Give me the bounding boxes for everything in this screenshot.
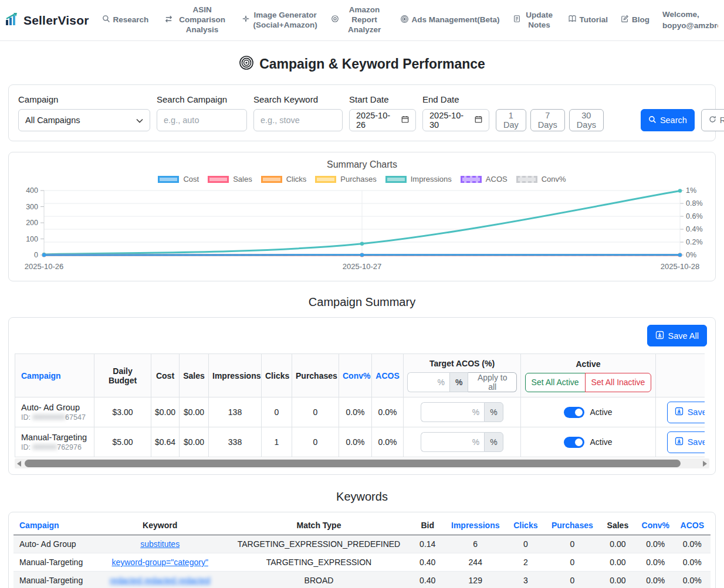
save-row-button[interactable]: Save Row: [667, 431, 705, 453]
purchases-value: 0: [292, 397, 339, 427]
nav-item-tutorial[interactable]: Tutorial: [568, 15, 608, 26]
acos-value: 0.0%: [372, 427, 404, 457]
data-point: [360, 253, 364, 257]
campaign-summary-table: Campaign Daily Budget Cost Sales Impress…: [15, 354, 705, 457]
col-header-clicks: Clicks: [262, 354, 292, 397]
sellervisor-logo-icon: [5, 12, 20, 29]
nav-item-ads-management[interactable]: Ads Management(Beta): [400, 15, 500, 26]
percent-addon: %: [484, 402, 503, 422]
legend-item-purchases[interactable]: Purchases: [315, 175, 376, 183]
save-row-button[interactable]: Save Row: [667, 402, 705, 423]
clicks-value: 1: [262, 427, 292, 457]
legend-item-cost[interactable]: Cost: [158, 175, 199, 183]
scroll-left-arrow[interactable]: [17, 461, 21, 467]
set-all-active-button[interactable]: Set All Active: [525, 373, 586, 392]
brand-name: SellerVisor: [23, 13, 89, 28]
start-date-input[interactable]: 2025-10-26: [349, 109, 416, 131]
kw-col-campaign[interactable]: Campaign: [13, 516, 92, 535]
search-button[interactable]: Search: [641, 109, 695, 131]
clicks-value: 0: [262, 397, 292, 427]
kw-purchases: 0: [546, 553, 598, 572]
nav-item-asin-comparison[interactable]: ASIN Comparison Analysis: [164, 5, 229, 35]
svg-text:200: 200: [26, 219, 38, 227]
target-acos-row-input[interactable]: [421, 432, 484, 452]
kw-col-match-type: Match Type: [228, 516, 409, 535]
kw-clicks: 0: [505, 535, 546, 553]
svg-text:0: 0: [34, 251, 38, 259]
summary-chart: 0%0.2%0.4%0.6%0.8%1%01002003004002025-10…: [15, 186, 716, 277]
campaign-select[interactable]: All Campaigns: [18, 109, 150, 131]
quick-7-days-button[interactable]: 7 Days: [530, 109, 565, 131]
keyword-link[interactable]: keyword-group="category": [111, 558, 208, 567]
target-acos-all-input[interactable]: [407, 372, 449, 392]
search-icon: [648, 115, 657, 125]
kw-col-purchases[interactable]: Purchases: [546, 516, 598, 535]
end-date-label: End Date: [422, 94, 489, 104]
quick-30-days-button[interactable]: 30 Days: [569, 109, 604, 131]
col-header-acos[interactable]: ACOS: [372, 354, 404, 397]
save-all-button[interactable]: Save All: [647, 325, 707, 346]
legend-item-clicks[interactable]: Clicks: [261, 175, 307, 183]
end-date-input[interactable]: 2025-10-30: [422, 109, 489, 131]
kw-acos: 0.0%: [674, 553, 711, 572]
kw-bid: 0.14: [410, 535, 446, 553]
save-icon: [655, 331, 664, 341]
kw-col-acos[interactable]: ACOS: [674, 516, 711, 535]
legend-item-sales[interactable]: Sales: [208, 175, 252, 183]
scrollbar-thumb[interactable]: [25, 460, 681, 467]
legend-item-conv-[interactable]: Conv%: [516, 175, 566, 183]
legend-swatch: [461, 176, 482, 183]
save-icon: [675, 437, 684, 447]
acos-value: 0.0%: [372, 397, 404, 427]
search-keyword-input[interactable]: [253, 109, 343, 131]
kw-col-impressions[interactable]: Impressions: [446, 516, 505, 535]
scroll-right-arrow[interactable]: [703, 461, 707, 467]
kw-clicks: 3: [505, 572, 546, 588]
target-acos-row-input[interactable]: [421, 402, 484, 422]
nav-item-blog[interactable]: Blog: [621, 15, 649, 26]
active-toggle[interactable]: [564, 407, 584, 418]
active-label: Active: [590, 437, 612, 447]
legend-swatch: [516, 176, 537, 183]
user-email: bopyo@amzbreakers: [662, 21, 718, 31]
svg-text:1%: 1%: [686, 186, 696, 195]
keyword-link[interactable]: substitutes: [140, 539, 180, 549]
target-icon: [331, 15, 339, 26]
active-label: Active: [590, 407, 612, 417]
col-header-campaign[interactable]: Campaign: [15, 354, 94, 397]
campaign-summary-heading: Campaign Summary: [8, 295, 716, 309]
scrollbar-track[interactable]: [23, 458, 701, 468]
svg-text:0.4%: 0.4%: [686, 225, 703, 233]
kw-sales: 0.00: [598, 553, 637, 572]
kw-col-clicks[interactable]: Clicks: [505, 516, 546, 535]
table-row: Auto- Ad Group ID: 0000000067547 $3.00 $…: [15, 397, 705, 427]
svg-text:0.8%: 0.8%: [686, 199, 703, 208]
nav-item-image-generator[interactable]: Image Generator (Social+Amazon): [242, 11, 318, 30]
conv-value: 0.0%: [339, 397, 372, 427]
svg-text:0%: 0%: [686, 251, 696, 259]
horizontal-scrollbar[interactable]: [15, 458, 709, 468]
legend-label: Purchases: [340, 175, 376, 183]
nav-item-update-notes[interactable]: Update Notes: [513, 11, 555, 30]
quick-1-day-button[interactable]: 1 Day: [496, 109, 526, 131]
keyword-link[interactable]: redacted redacted redacted: [110, 576, 210, 585]
chart-title: Summary Charts: [15, 159, 709, 170]
nav-item-research[interactable]: Research: [102, 15, 151, 26]
svg-text:300: 300: [26, 203, 38, 211]
reset-button[interactable]: Reset: [701, 109, 724, 131]
kw-col-conv[interactable]: Conv%: [637, 516, 674, 535]
active-toggle[interactable]: [564, 437, 584, 448]
legend-item-acos[interactable]: ACOS: [461, 175, 508, 183]
set-all-inactive-button[interactable]: Set All Inactive: [585, 373, 652, 392]
top-navbar: SellerVisor Research ASIN Comparison Ana…: [0, 0, 724, 41]
search-campaign-input[interactable]: [157, 109, 247, 131]
col-header-conv[interactable]: Conv%: [339, 354, 372, 397]
brand-logo[interactable]: SellerVisor: [5, 12, 89, 29]
campaign-label: Campaign: [18, 94, 150, 104]
compare-icon: [164, 15, 173, 26]
apply-to-all-button[interactable]: Apply to all: [468, 372, 517, 392]
keywords-card: Campaign Keyword Match Type Bid Impressi…: [8, 512, 716, 588]
nav-item-report-analyzer[interactable]: Amazon Report Analyzer: [331, 5, 387, 35]
legend-swatch: [158, 176, 179, 183]
legend-item-impressions[interactable]: Impressions: [385, 175, 452, 183]
